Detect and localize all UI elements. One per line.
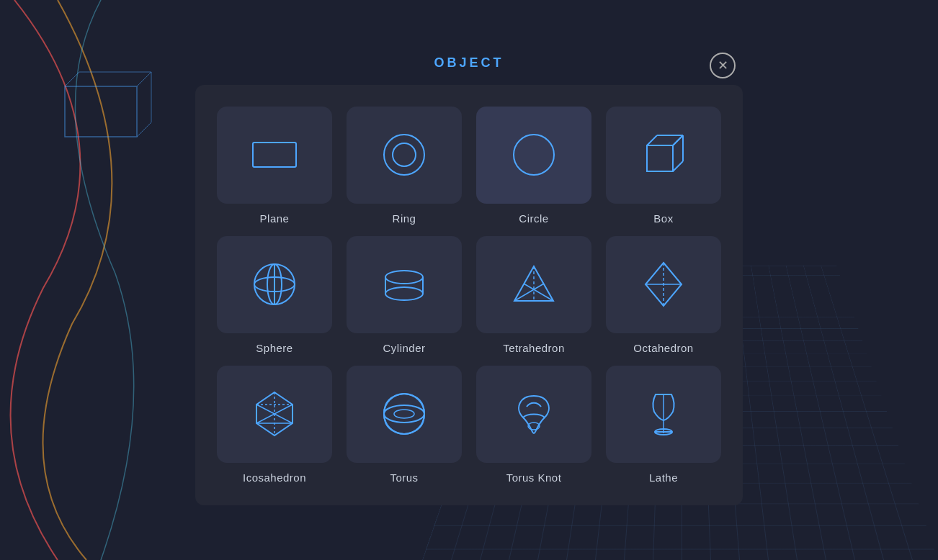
svg-point-40 (394, 410, 414, 418)
svg-point-8 (393, 143, 416, 166)
box-label: Box (653, 212, 673, 225)
object-item-lathe[interactable]: Lathe (604, 366, 723, 484)
object-item-sphere[interactable]: Sphere (215, 236, 334, 354)
cylinder-label: Cylinder (383, 342, 425, 354)
object-item-icosahedron[interactable]: Icosahedron (215, 366, 334, 484)
svg-rect-10 (647, 145, 673, 171)
object-item-circle[interactable]: Circle (475, 107, 593, 225)
icosahedron-icon-box (217, 366, 332, 463)
plane-icon (242, 122, 307, 187)
icosahedron-icon (242, 381, 307, 446)
object-item-tetrahedron[interactable]: Tetrahedron (475, 236, 593, 354)
svg-point-24 (385, 287, 423, 300)
torus-knot-icon-box (476, 366, 591, 463)
cylinder-icon-box (347, 236, 462, 333)
torus-icon (372, 381, 437, 446)
object-item-cylinder[interactable]: Cylinder (345, 236, 463, 354)
lathe-label: Lathe (649, 471, 678, 484)
circle-icon (501, 122, 566, 187)
svg-line-15 (673, 161, 683, 171)
lathe-icon-box (606, 366, 721, 463)
sphere-label: Sphere (256, 342, 292, 354)
octahedron-label: Octahedron (633, 342, 693, 354)
background-art (0, 0, 158, 560)
object-item-box[interactable]: Box (604, 107, 723, 225)
svg-line-3 (137, 122, 151, 137)
lathe-icon (631, 381, 696, 446)
box-icon-box (606, 107, 721, 204)
tetrahedron-label: Tetrahedron (503, 342, 565, 354)
ring-label: Ring (393, 212, 416, 225)
octahedron-icon (631, 252, 696, 317)
object-item-torus-knot[interactable]: Torus Knot (475, 366, 593, 484)
plane-icon-box (217, 107, 332, 204)
object-item-ring[interactable]: Ring (345, 107, 463, 225)
tetrahedron-icon (501, 252, 566, 317)
svg-point-9 (514, 135, 554, 175)
modal-body: Plane Ring Circle (195, 85, 743, 505)
torus-icon-box (347, 366, 462, 463)
object-item-octahedron[interactable]: Octahedron (604, 236, 723, 354)
circle-label: Circle (519, 212, 548, 225)
box-icon (631, 122, 696, 187)
svg-line-11 (647, 135, 657, 145)
close-button[interactable]: ✕ (710, 53, 736, 78)
close-icon: ✕ (718, 58, 728, 73)
plane-label: Plane (260, 212, 290, 225)
svg-line-14 (673, 135, 683, 145)
sphere-icon (242, 252, 307, 317)
circle-icon-box (476, 107, 591, 204)
svg-line-2 (137, 72, 151, 86)
object-item-torus[interactable]: Torus (345, 366, 463, 484)
objects-grid: Plane Ring Circle (215, 107, 723, 484)
modal-title: OBJECT (434, 55, 504, 71)
object-item-plane[interactable]: Plane (215, 107, 334, 225)
torus-label: Torus (390, 471, 418, 484)
icosahedron-label: Icosahedron (243, 471, 306, 484)
sphere-icon-box (217, 236, 332, 333)
modal-overlay: OBJECT ✕ Plane (195, 55, 743, 505)
ring-icon-box (347, 107, 462, 204)
svg-rect-6 (253, 143, 296, 167)
torus-knot-label: Torus Knot (506, 471, 562, 484)
svg-point-38 (384, 405, 424, 423)
ring-icon (372, 122, 437, 187)
tetrahedron-icon-box (476, 236, 591, 333)
torus-knot-icon (501, 381, 566, 446)
modal-header: OBJECT ✕ (195, 55, 743, 82)
svg-point-21 (385, 271, 423, 284)
svg-point-7 (384, 135, 424, 175)
octahedron-icon-box (606, 236, 721, 333)
cylinder-icon (372, 252, 437, 317)
